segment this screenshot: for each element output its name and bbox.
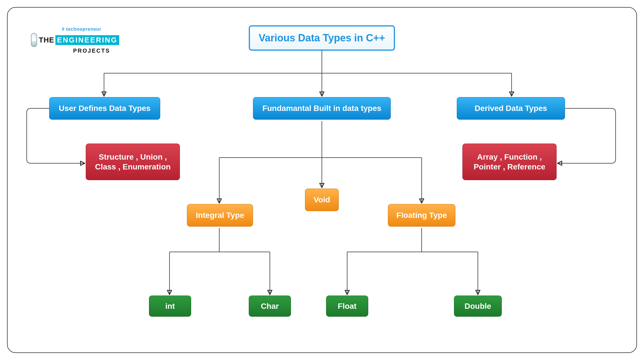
node-title: Various Data Types in C++ [249,25,395,51]
node-user-defines-children: Structure , Union , Class , Enumeration [86,144,180,180]
node-integral: Integral Type [187,204,253,227]
node-float: Float [326,296,368,317]
node-derived-children: Array , Function , Pointer , Reference [462,144,557,180]
node-double: Double [454,296,502,317]
node-int: int [149,296,191,317]
logo-engineering: ENGINEERING [55,35,119,45]
diagram-stage: # technopreneur THE ENGINEERING PROJECTS… [0,0,644,360]
node-floating: Floating Type [388,204,455,227]
node-char: Char [249,296,291,317]
logo-hashtag: # technopreneur [62,27,115,32]
node-derived: Derived Data Types [457,97,565,120]
node-user-defines: User Defines Data Types [49,97,160,120]
logo-the: THE [39,36,54,44]
node-fundamental: Fundamantal Built in data types [253,97,391,120]
robot-icon [31,33,37,47]
logo-projects: PROJECTS [73,48,115,54]
node-void: Void [305,189,339,211]
brand-logo: # technopreneur THE ENGINEERING PROJECTS [31,27,115,54]
